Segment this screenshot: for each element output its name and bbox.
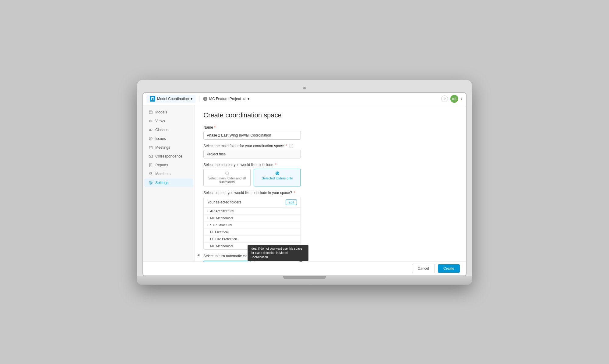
tooltip-box: Ideal if do not you want use this space …	[248, 245, 308, 261]
folders-box-header: Your selected folders Edit	[204, 197, 301, 208]
sidebar-item-correspondence[interactable]: Correspondence	[144, 152, 193, 161]
members-icon	[149, 172, 153, 176]
cube-icon	[149, 110, 153, 114]
folder-info-icon[interactable]: i	[289, 144, 293, 148]
top-bar-right: ? KS ▾	[441, 95, 462, 103]
radio-all-folders	[225, 172, 229, 175]
toggle-option-all-folders[interactable]: Select main folder and all subfolders	[203, 169, 251, 186]
svg-point-4	[150, 120, 151, 121]
mc-icon	[150, 96, 155, 102]
top-bar: Model Coordination ▾ ● MC Feature Projec…	[143, 93, 466, 105]
folder-display: Project files	[203, 150, 301, 158]
project-icon: ●	[203, 97, 207, 101]
folder-item-fp: › FP Fire Protection	[204, 236, 301, 243]
clash-on-option[interactable]: Clash on	[203, 261, 251, 262]
help-icon[interactable]: ?	[441, 95, 448, 102]
meeting-icon	[149, 145, 153, 150]
svg-point-19	[150, 172, 151, 174]
folders-box-title: Your selected folders	[207, 200, 241, 204]
radio-selected-folders	[276, 172, 279, 175]
sidebar-item-models[interactable]: Models	[144, 108, 193, 116]
sidebar-item-label: Clashes	[155, 128, 168, 132]
sidebar-item-issues[interactable]: Issues	[144, 134, 193, 143]
sidebar-item-label: Issues	[155, 137, 166, 141]
sidebar-item-clashes[interactable]: Clashes	[144, 126, 193, 134]
chevron-right-icon: ›	[207, 224, 208, 227]
svg-point-9	[150, 139, 151, 140]
content-section-label: Select the content you would like to inc…	[203, 163, 457, 167]
user-avatar[interactable]: KS	[450, 95, 458, 103]
create-button[interactable]: Create	[438, 264, 460, 273]
svg-rect-0	[149, 111, 152, 114]
folders-box-section-label: Select content you would like to include…	[203, 191, 457, 195]
clash-toggle-group: Clash on Clash off	[203, 261, 301, 262]
top-bar-divider	[199, 96, 199, 102]
content-toggle-group: Select main folder and all subfolders Se…	[203, 169, 301, 186]
report-icon	[149, 163, 153, 167]
svg-point-21	[150, 182, 151, 183]
sidebar-item-label: Meetings	[155, 145, 170, 150]
required-star: *	[214, 125, 216, 130]
sidebar-item-members[interactable]: Members	[144, 170, 193, 178]
cancel-button[interactable]: Cancel	[412, 264, 435, 273]
eye-icon	[149, 119, 153, 123]
app-name-section[interactable]: Model Coordination ▾	[147, 95, 195, 103]
edit-button[interactable]: Edit	[286, 199, 297, 205]
sidebar-item-label: Views	[155, 119, 165, 123]
name-input[interactable]	[203, 131, 301, 140]
gear-icon	[149, 181, 153, 185]
clash-section-label: Select to turn automatic clash detection…	[203, 254, 457, 258]
sidebar-item-views[interactable]: Views	[144, 117, 193, 125]
svg-rect-10	[149, 146, 152, 149]
chevron-right-icon: ›	[207, 210, 208, 213]
folder-section-label: Select the main folder for your coordina…	[203, 144, 457, 148]
sidebar-item-meetings[interactable]: Meetings	[144, 143, 193, 152]
content-area: Create coordination space Name * Select …	[195, 105, 466, 262]
sidebar-collapse-button[interactable]: ◄	[196, 252, 200, 257]
chevron-right-icon: ›	[207, 217, 208, 220]
folders-box: Your selected folders Edit › AR Architec…	[203, 197, 301, 250]
mail-icon	[149, 154, 153, 158]
clash-icon	[149, 128, 153, 132]
project-dropdown-arrow[interactable]: ▾	[248, 97, 249, 101]
page-title: Create coordination space	[203, 111, 457, 119]
bottom-bar: Cancel Create	[143, 262, 466, 276]
project-name: MC Feature Project	[209, 97, 241, 101]
name-label: Name *	[203, 125, 457, 130]
toggle-option-selected-folders[interactable]: Selected folders only	[254, 169, 301, 186]
folder-item-el: › EL Electrical	[204, 229, 301, 236]
folder-item-me1: › ME Mechanical	[204, 215, 301, 222]
sidebar-item-label: Models	[155, 110, 167, 114]
folder-item-ar: › AR Architectural	[204, 208, 301, 215]
sidebar-item-label: Reports	[155, 163, 168, 167]
svg-point-6	[150, 129, 152, 131]
project-settings-icon[interactable]: ⚙	[243, 97, 246, 101]
sidebar-item-reports[interactable]: Reports	[144, 161, 193, 169]
issue-icon	[149, 137, 153, 141]
sidebar-item-label: Members	[155, 172, 171, 176]
sidebar: Models Views	[143, 105, 195, 262]
sidebar-item-settings[interactable]: Settings	[144, 179, 193, 187]
user-dropdown-arrow[interactable]: ▾	[461, 97, 462, 101]
app-dropdown-arrow[interactable]: ▾	[191, 97, 192, 101]
sidebar-item-label: Settings	[155, 181, 168, 185]
folder-item-str: › STR Structural	[204, 222, 301, 229]
sidebar-item-label: Correspondence	[155, 154, 182, 158]
app-name-label: Model Coordination	[157, 97, 189, 101]
project-section[interactable]: ● MC Feature Project ⚙ ▾	[203, 97, 249, 101]
svg-point-20	[151, 172, 152, 174]
